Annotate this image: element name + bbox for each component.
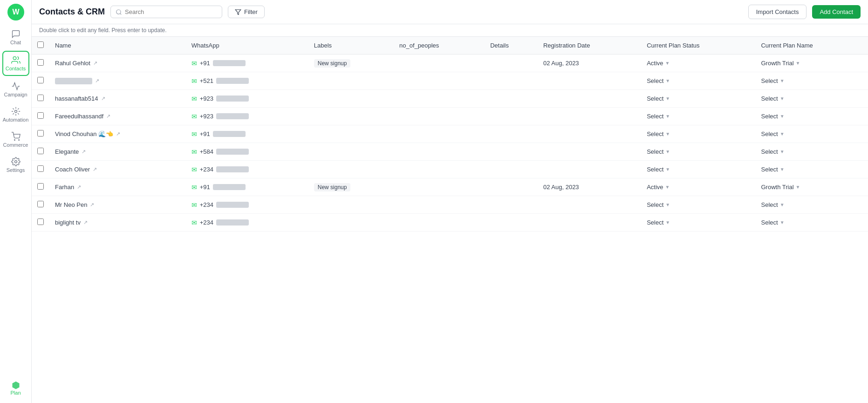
chevron-down-icon: ▼ — [665, 167, 670, 172]
edit-icon[interactable]: ↗ — [106, 113, 110, 119]
wa-cell: ✉+91 — [191, 184, 303, 191]
import-contacts-button[interactable]: Import Contacts — [748, 5, 807, 19]
row-checkbox-cell — [32, 125, 49, 143]
labels-col — [308, 196, 394, 214]
plan-status-value: Select — [647, 219, 663, 226]
chevron-down-icon: ▼ — [780, 220, 785, 225]
wa-cell: ✉+234 — [191, 201, 303, 209]
wa-prefix: +521 — [200, 77, 213, 84]
sidebar-item-settings[interactable]: Settings — [2, 153, 29, 177]
labels-col — [308, 90, 394, 108]
select-all-checkbox[interactable] — [37, 41, 44, 48]
edit-icon[interactable]: ↗ — [93, 166, 97, 172]
sidebar-plan[interactable]: Plan — [8, 377, 22, 399]
search-box[interactable] — [110, 6, 222, 18]
chevron-down-icon: ▼ — [665, 131, 670, 137]
sidebar-automation-label: Automation — [3, 117, 29, 123]
filter-button[interactable]: Filter — [228, 6, 265, 18]
svg-point-5 — [18, 140, 19, 141]
plan-name-dropdown[interactable]: Select▼ — [761, 130, 862, 137]
plan-name-dropdown[interactable]: Select▼ — [761, 113, 862, 120]
wa-cell: ✉+91 — [191, 60, 303, 67]
plan-name-dropdown[interactable]: Select▼ — [761, 95, 862, 102]
whatsapp-col: ✉+234 — [186, 214, 308, 232]
name-col: Coach Oliver↗ — [49, 161, 186, 178]
labels-col: New signup — [308, 55, 394, 72]
plan-name-dropdown[interactable]: Select▼ — [761, 219, 862, 226]
plan-name-dropdown[interactable]: Select▼ — [761, 166, 862, 173]
whatsapp-icon: ✉ — [191, 166, 197, 173]
row-checkbox-cell — [32, 72, 49, 90]
edit-icon[interactable]: ↗ — [93, 60, 97, 66]
plan-status-dropdown[interactable]: Active▼ — [647, 184, 750, 191]
sidebar-item-chat[interactable]: Chat — [2, 26, 29, 49]
plan-name-dropdown[interactable]: Select▼ — [761, 77, 862, 84]
edit-icon[interactable]: ↗ — [90, 202, 94, 208]
labels-col — [308, 125, 394, 143]
row-checkbox-7[interactable] — [37, 183, 44, 190]
svg-point-4 — [14, 140, 15, 141]
search-input[interactable] — [125, 8, 209, 15]
name-cell: Coach Oliver↗ — [55, 166, 180, 173]
row-checkbox-0[interactable] — [37, 59, 44, 66]
row-checkbox-3[interactable] — [37, 112, 44, 119]
plan-name-value: Select — [761, 201, 778, 208]
edit-icon[interactable]: ↗ — [83, 219, 88, 225]
plan-status-dropdown[interactable]: Select▼ — [647, 130, 750, 137]
row-checkbox-9[interactable] — [37, 219, 44, 225]
plan-status-value: Select — [647, 201, 663, 208]
sidebar-item-commerce[interactable]: Commerce — [2, 128, 29, 151]
plan-name-dropdown[interactable]: Growth Trial▼ — [761, 60, 862, 67]
plan-status-dropdown[interactable]: Select▼ — [647, 166, 750, 173]
whatsapp-icon: ✉ — [191, 113, 197, 120]
col-reg-date: Registration Date — [538, 37, 641, 55]
edit-icon[interactable]: ↗ — [101, 96, 105, 102]
reg-date-col: 02 Aug, 2023 — [538, 55, 641, 72]
select-all-header — [32, 37, 49, 55]
add-contact-button[interactable]: Add Contact — [812, 5, 861, 19]
whatsapp-col: ✉+521 — [186, 72, 308, 90]
plan-status-dropdown[interactable]: Active▼ — [647, 60, 750, 67]
wa-prefix: +91 — [200, 60, 210, 67]
plan-status-col: Select▼ — [641, 125, 755, 143]
contact-name: Farhan — [55, 184, 74, 191]
row-checkbox-2[interactable] — [37, 95, 44, 101]
plan-name-dropdown[interactable]: Growth Trial▼ — [761, 184, 862, 191]
edit-icon[interactable]: ↗ — [82, 149, 86, 155]
plan-status-dropdown[interactable]: Select▼ — [647, 113, 750, 120]
plan-status-dropdown[interactable]: Select▼ — [647, 95, 750, 102]
plan-status-col: Active▼ — [641, 178, 755, 196]
sidebar-item-contacts[interactable]: Contacts — [2, 51, 29, 76]
edit-icon[interactable]: ↗ — [77, 184, 81, 190]
name-col: Vinod Chouhan 🌊👈↗ — [49, 125, 186, 143]
plan-status-dropdown[interactable]: Select▼ — [647, 201, 750, 208]
app-logo[interactable]: W — [7, 4, 24, 22]
row-checkbox-8[interactable] — [37, 201, 44, 207]
row-checkbox-5[interactable] — [37, 148, 44, 154]
whatsapp-col: ✉+91 — [186, 55, 308, 72]
row-checkbox-4[interactable] — [37, 130, 44, 137]
row-checkbox-6[interactable] — [37, 165, 44, 172]
edit-icon[interactable]: ↗ — [116, 131, 120, 137]
sidebar-item-campaign[interactable]: Campaign — [2, 78, 29, 101]
col-name: Name — [49, 37, 186, 55]
col-details: Details — [485, 37, 538, 55]
contact-name: Vinod Chouhan 🌊👈 — [55, 130, 113, 137]
label-badge: New signup — [314, 59, 351, 68]
add-label: Add Contact — [820, 8, 853, 15]
plan-status-dropdown[interactable]: Select▼ — [647, 148, 750, 155]
plan-status-dropdown[interactable]: Select▼ — [647, 77, 750, 84]
plan-name-dropdown[interactable]: Select▼ — [761, 201, 862, 208]
whatsapp-col: ✉+234 — [186, 196, 308, 214]
plan-name-dropdown[interactable]: Select▼ — [761, 148, 862, 155]
plan-status-dropdown[interactable]: Select▼ — [647, 219, 750, 226]
sidebar-commerce-label: Commerce — [3, 142, 28, 148]
row-checkbox-1[interactable] — [37, 77, 44, 83]
plan-label: Plan — [10, 390, 21, 396]
whatsapp-icon: ✉ — [191, 201, 197, 209]
sidebar-item-automation[interactable]: Automation — [2, 103, 29, 126]
wa-cell: ✉+923 — [191, 113, 303, 120]
wa-prefix: +234 — [200, 201, 213, 208]
no-of-peoples-col — [394, 178, 485, 196]
edit-icon[interactable]: ↗ — [95, 78, 99, 84]
